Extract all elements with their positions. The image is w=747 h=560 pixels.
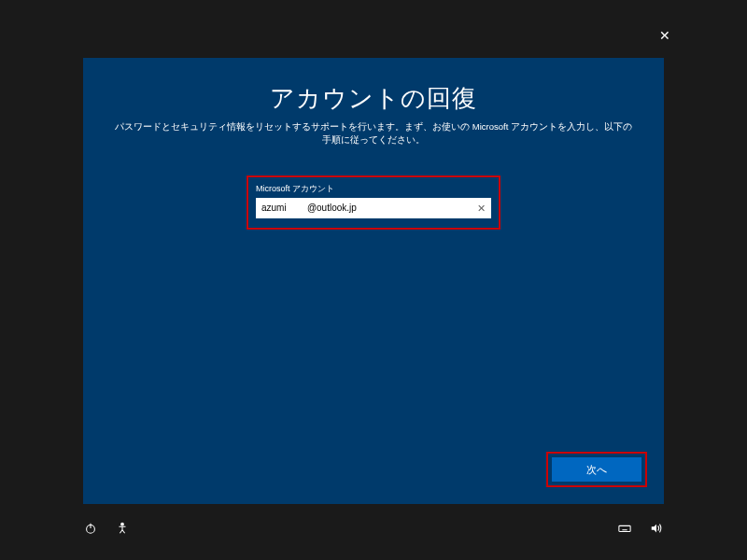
window-frame: ✕ アカウントの回復 パスワードとセキュリティ情報をリセットするサポートを行いま… (0, 0, 747, 560)
recovery-panel: アカウントの回復 パスワードとセキュリティ情報をリセットするサポートを行います。… (83, 58, 664, 504)
account-input-section: Microsoft アカウント ✕ (247, 175, 500, 230)
keyboard-icon[interactable] (617, 521, 632, 536)
accessibility-icon[interactable] (115, 521, 130, 536)
account-input-label: Microsoft アカウント (256, 183, 491, 195)
close-icon: ✕ (659, 28, 670, 43)
bottom-left-group (83, 521, 130, 536)
account-input-wrap: ✕ (256, 198, 491, 218)
svg-point-2 (121, 523, 124, 525)
microsoft-account-input[interactable] (256, 198, 491, 218)
clear-input-icon[interactable]: ✕ (477, 202, 486, 214)
close-button[interactable]: ✕ (655, 26, 674, 45)
power-icon[interactable] (83, 521, 98, 536)
next-button[interactable]: 次へ (552, 457, 641, 482)
next-button-highlight: 次へ (546, 452, 647, 487)
bottom-right-group (617, 521, 664, 536)
volume-icon[interactable] (649, 521, 664, 536)
svg-rect-3 (619, 525, 630, 531)
page-subtitle: パスワードとセキュリティ情報をリセットするサポートを行います。まず、お使いの M… (111, 120, 636, 147)
bottom-toolbar (83, 517, 664, 539)
page-title: アカウントの回復 (111, 82, 636, 115)
